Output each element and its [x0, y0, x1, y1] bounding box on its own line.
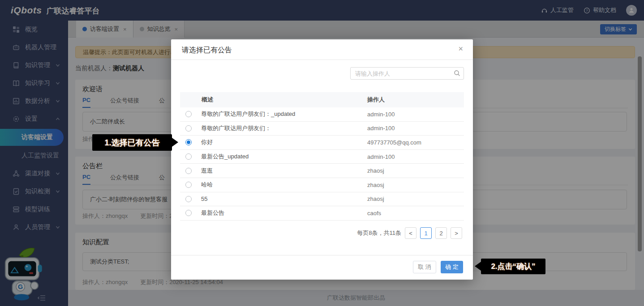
- close-icon[interactable]: ×: [458, 45, 463, 53]
- column-summary: 概述: [202, 96, 213, 104]
- table-row[interactable]: 55zhaosj: [180, 192, 464, 207]
- pagination-info: 每页8条，共11条: [357, 229, 401, 237]
- row-radio[interactable]: [185, 125, 192, 132]
- pagination-page-1[interactable]: 1: [420, 227, 432, 239]
- cancel-button[interactable]: 取 消: [413, 261, 436, 273]
- row-radio[interactable]: [185, 182, 192, 188]
- row-radio[interactable]: [185, 111, 192, 117]
- row-operator: zhaosj: [367, 196, 464, 202]
- row-radio-selected[interactable]: [185, 139, 192, 145]
- row-summary: 尊敬的广联达用户朋友们：: [201, 124, 271, 132]
- row-summary: 最新公告: [201, 209, 224, 217]
- tutorial-step-1: 1.选择已有公告: [92, 134, 172, 151]
- row-operator: admin-100: [367, 125, 464, 132]
- pagination-prev-icon[interactable]: <: [405, 227, 416, 239]
- row-summary: 最新公告_updated: [201, 153, 249, 161]
- row-operator: caofs: [367, 210, 464, 217]
- row-summary: 你好: [201, 138, 213, 146]
- row-radio[interactable]: [185, 196, 192, 202]
- table-row[interactable]: 最新公告_updatedadmin-100: [180, 150, 464, 164]
- row-summary: 逛逛: [201, 167, 213, 175]
- row-radio[interactable]: [185, 210, 192, 216]
- dialog-title: 请选择已有公告: [182, 46, 232, 55]
- confirm-button[interactable]: 确 定: [441, 261, 463, 273]
- search-icon[interactable]: [454, 70, 460, 76]
- app-window: iQbots 广联达睿答平台 人工监管?帮助文档 概览机器人管理知识管理知识学习…: [0, 0, 644, 306]
- row-operator: admin-100: [367, 153, 464, 160]
- tutorial-step-2: 2.点击“确认”: [481, 259, 545, 274]
- announcement-table: 概述 操作人 尊敬的广联达用户朋友们：_updatedadmin-100尊敬的广…: [180, 92, 464, 221]
- table-row[interactable]: 你好497737705@qq.com: [180, 136, 464, 150]
- column-operator: 操作人: [367, 96, 464, 104]
- pagination: 每页8条，共11条 <12>: [357, 227, 462, 239]
- dialog-footer: 取 消 确 定: [171, 255, 473, 280]
- table-row[interactable]: 逛逛zhaosj: [180, 164, 464, 178]
- row-operator: admin-100: [367, 111, 464, 118]
- pagination-next-icon[interactable]: >: [451, 227, 462, 239]
- table-row[interactable]: 哈哈zhaosj: [180, 178, 464, 192]
- row-operator: zhaosj: [367, 167, 464, 174]
- dialog-header: 请选择已有公告 ×: [171, 39, 473, 60]
- table-row[interactable]: 尊敬的广联达用户朋友们：_updatedadmin-100: [180, 107, 464, 122]
- operator-search: [350, 67, 464, 80]
- row-radio[interactable]: [185, 153, 192, 160]
- table-row[interactable]: 尊敬的广联达用户朋友们：admin-100: [180, 122, 464, 136]
- row-summary: 55: [201, 196, 207, 202]
- row-radio[interactable]: [185, 168, 192, 174]
- row-operator: zhaosj: [367, 182, 464, 188]
- table-row[interactable]: 最新公告caofs: [180, 206, 464, 221]
- row-summary: 哈哈: [201, 181, 213, 189]
- row-operator: 497737705@qq.com: [367, 139, 464, 146]
- table-header: 概述 操作人: [180, 92, 464, 107]
- pagination-page-2[interactable]: 2: [435, 227, 447, 239]
- select-announcement-dialog: 请选择已有公告 × 概述 操作人 尊敬的广联达用户朋友们：_updatedadm…: [171, 39, 473, 280]
- row-summary: 尊敬的广联达用户朋友们：_updated: [201, 110, 295, 118]
- search-input[interactable]: [350, 67, 464, 80]
- page-scrollbar[interactable]: [638, 56, 642, 251]
